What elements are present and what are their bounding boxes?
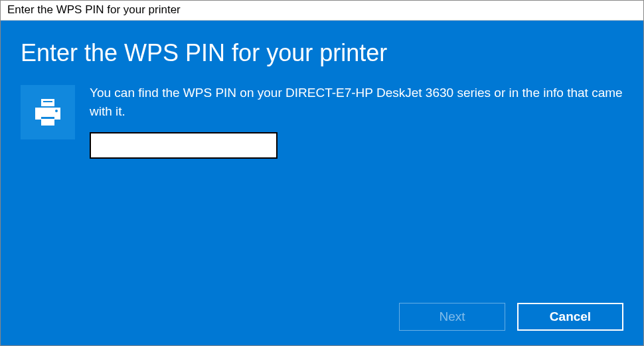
printer-icon: [21, 85, 75, 139]
cancel-button[interactable]: Cancel: [517, 303, 623, 331]
instruction-text: You can find the WPS PIN on your DIRECT-…: [90, 84, 623, 120]
window-title: Enter the WPS PIN for your printer: [1, 1, 643, 21]
text-column: You can find the WPS PIN on your DIRECT-…: [90, 84, 623, 159]
svg-rect-0: [41, 99, 54, 106]
svg-point-5: [55, 110, 58, 112]
dialog-heading: Enter the WPS PIN for your printer: [21, 39, 623, 67]
button-row: Next Cancel: [399, 303, 623, 331]
dialog-content: Enter the WPS PIN for your printer You c…: [1, 21, 643, 345]
svg-rect-4: [41, 117, 54, 119]
body-row: You can find the WPS PIN on your DIRECT-…: [21, 84, 623, 159]
wps-pin-input[interactable]: [90, 132, 278, 159]
dialog-window: Enter the WPS PIN for your printer Enter…: [0, 0, 644, 346]
next-button[interactable]: Next: [399, 303, 505, 331]
svg-rect-1: [43, 101, 52, 102]
